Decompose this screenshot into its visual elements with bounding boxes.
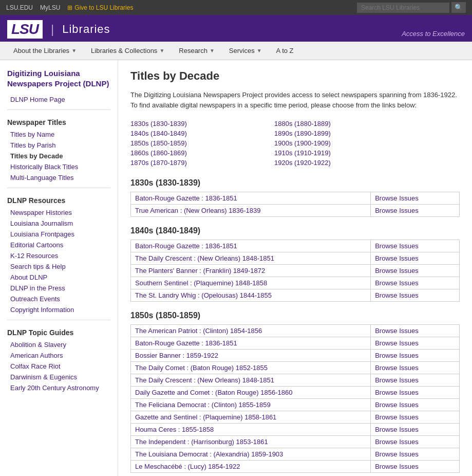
- decade-link-1830s[interactable]: 1830s (1830-1839): [130, 119, 254, 128]
- decade-link-1860s[interactable]: 1860s (1860-1869): [130, 149, 254, 157]
- table-row: The St. Landry Whig : (Opelousas) 1844-1…: [131, 289, 460, 302]
- decade-link-1910s[interactable]: 1910s (1910-1919): [274, 149, 398, 157]
- sidebar-louisiana-journalism[interactable]: Louisiana Journalism: [7, 218, 110, 228]
- newspaper-link[interactable]: Baton-Rouge Gazette : 1836-1851: [135, 242, 237, 250]
- mylsu-link[interactable]: MyLSU: [40, 4, 60, 11]
- sidebar-colfax-race-riot[interactable]: Colfax Race Riot: [7, 361, 110, 371]
- browse-issues-link[interactable]: Browse Issues: [375, 242, 419, 250]
- sidebar-titles-by-decade[interactable]: Titles by Decade: [7, 151, 110, 161]
- intro-text: The Digitizing Louisiana Newspapers Proj…: [130, 90, 459, 110]
- sidebar-k12-resources[interactable]: K-12 Resources: [7, 251, 110, 261]
- sidebar-topic-guides-heading: DLNP Topic Guides: [7, 328, 110, 337]
- top-bar-left: LSU.EDU MyLSU ⊞ Give to LSU Libraries: [6, 4, 133, 11]
- newspaper-link[interactable]: The Daily Crescent : (New Orleans) 1848-…: [135, 376, 274, 384]
- newspaper-link[interactable]: The Planters' Banner : (Franklin) 1849-1…: [135, 267, 265, 274]
- browse-issues-link[interactable]: Browse Issues: [375, 413, 419, 421]
- newspaper-link[interactable]: Le Meschacébé : (Lucy) 1854-1922: [135, 463, 240, 470]
- sidebar-divider-2: [7, 188, 110, 188]
- table-row: Baton-Rouge Gazette : 1836-1851 Browse I…: [131, 240, 460, 252]
- decade-link-1920s[interactable]: 1920s (1920-1922): [274, 158, 398, 167]
- sidebar-louisiana-frontpages[interactable]: Louisiana Frontpages: [7, 229, 110, 239]
- browse-issues-link[interactable]: Browse Issues: [375, 194, 419, 202]
- decade-link-1870s[interactable]: 1870s (1870-1879): [130, 158, 254, 167]
- table-row: The Daily Crescent : (New Orleans) 1848-…: [131, 374, 460, 387]
- browse-issues-link[interactable]: Browse Issues: [375, 450, 419, 458]
- sidebar-dlnp-press[interactable]: DLNP in the Press: [7, 283, 110, 293]
- search-button[interactable]: 🔍: [451, 2, 466, 13]
- newspaper-link[interactable]: The Feliciana Democrat : (Clinton) 1855-…: [135, 401, 271, 409]
- sidebar-early-astronomy[interactable]: Early 20th Century Astronomy: [7, 383, 110, 393]
- decade-links-grid: 1830s (1830-1839) 1880s (1880-1889) 1840…: [130, 119, 398, 167]
- decade-link-1880s[interactable]: 1880s (1880-1889): [274, 119, 398, 128]
- decade-link-1850s[interactable]: 1850s (1850-1859): [130, 139, 254, 148]
- sidebar-newspaper-titles-heading: Newspaper Titles: [7, 118, 110, 126]
- table-row: The Feliciana Democrat : (Clinton) 1855-…: [131, 399, 460, 411]
- sidebar-abolition-slavery[interactable]: Abolition & Slavery: [7, 340, 110, 350]
- nav-atoz[interactable]: A to Z: [269, 42, 301, 60]
- browse-issues-link[interactable]: Browse Issues: [375, 352, 419, 359]
- table-row: Daily Gazette and Comet : (Baton Rouge) …: [131, 387, 460, 399]
- browse-issues-link[interactable]: Browse Issues: [375, 339, 419, 347]
- nav-libraries-label: Libraries & Collections: [91, 47, 157, 54]
- table-row: The Louisiana Democrat : (Alexandria) 18…: [131, 448, 460, 461]
- newspaper-link[interactable]: The Daily Comet : (Baton Rouge) 1852-185…: [135, 364, 268, 372]
- nav-research[interactable]: Research ▼: [172, 42, 222, 60]
- newspaper-link[interactable]: The American Patriot : (Clinton) 1854-18…: [135, 327, 262, 335]
- table-row: Gazette and Sentinel : (Plaquemine) 1858…: [131, 411, 460, 424]
- newspaper-link[interactable]: Gazette and Sentinel : (Plaquemine) 1858…: [135, 413, 276, 421]
- newspaper-link[interactable]: True American : (New Orleans) 1836-1839: [135, 207, 260, 214]
- newspaper-link[interactable]: Daily Gazette and Comet : (Baton Rouge) …: [135, 389, 292, 396]
- newspaper-link[interactable]: Houma Ceres : 1855-1858: [135, 426, 214, 433]
- browse-issues-link[interactable]: Browse Issues: [375, 463, 419, 470]
- give-link[interactable]: ⊞ Give to LSU Libraries: [67, 4, 133, 11]
- browse-issues-link[interactable]: Browse Issues: [375, 389, 419, 396]
- newspaper-link[interactable]: The Independent : (Harrisonburg) 1853-18…: [135, 438, 268, 446]
- lsu-edu-link[interactable]: LSU.EDU: [6, 4, 33, 11]
- sidebar-multi-language[interactable]: Multi-Language Titles: [7, 173, 110, 182]
- sidebar-titles-by-name[interactable]: Titles by Name: [7, 130, 110, 139]
- newspaper-link[interactable]: The Daily Crescent : (New Orleans) 1848-…: [135, 254, 274, 262]
- sidebar-dlnp-home[interactable]: DLNP Home Page: [7, 95, 110, 104]
- browse-issues-link[interactable]: Browse Issues: [375, 327, 419, 335]
- decade-link-1890s[interactable]: 1890s (1890-1899): [274, 129, 398, 138]
- newspaper-link[interactable]: Baton-Rouge Gazette : 1836-1851: [135, 339, 237, 347]
- browse-issues-link[interactable]: Browse Issues: [375, 267, 419, 274]
- nav-libraries[interactable]: Libraries & Collections ▼: [84, 42, 172, 60]
- nav-research-arrow: ▼: [210, 48, 215, 53]
- top-bar: LSU.EDU MyLSU ⊞ Give to LSU Libraries 🔍: [0, 0, 472, 15]
- nav-services[interactable]: Services ▼: [222, 42, 269, 60]
- table-row: Baton-Rouge Gazette : 1836-1851 Browse I…: [131, 192, 460, 205]
- sidebar-american-authors[interactable]: American Authors: [7, 351, 110, 360]
- browse-issues-link[interactable]: Browse Issues: [375, 376, 419, 384]
- browse-issues-link[interactable]: Browse Issues: [375, 401, 419, 409]
- newspaper-link[interactable]: The St. Landry Whig : (Opelousas) 1844-1…: [135, 291, 272, 299]
- sidebar-editorial-cartoons[interactable]: Editorial Cartoons: [7, 240, 110, 250]
- decade-link-1900s[interactable]: 1900s (1900-1909): [274, 139, 398, 148]
- browse-issues-link[interactable]: Browse Issues: [375, 438, 419, 446]
- nav-research-label: Research: [179, 47, 207, 54]
- newspaper-link[interactable]: Baton-Rouge Gazette : 1836-1851: [135, 194, 237, 202]
- sidebar-outreach[interactable]: Outreach Events: [7, 294, 110, 304]
- newspaper-link[interactable]: Bossier Banner : 1859-1922: [135, 352, 218, 359]
- section-heading-1850s: 1850s (1850-1859): [130, 311, 460, 320]
- browse-issues-link[interactable]: Browse Issues: [375, 364, 419, 372]
- table-row: The Daily Crescent : (New Orleans) 1848-…: [131, 252, 460, 265]
- browse-issues-link[interactable]: Browse Issues: [375, 279, 419, 287]
- decade-link-1840s[interactable]: 1840s (1840-1849): [130, 129, 254, 138]
- sidebar-titles-by-parish[interactable]: Titles by Parish: [7, 140, 110, 150]
- sidebar-copyright[interactable]: Copyright Information: [7, 305, 110, 315]
- browse-issues-link[interactable]: Browse Issues: [375, 426, 419, 433]
- sidebar-about-dlnp[interactable]: About DLNP: [7, 272, 110, 282]
- browse-issues-link[interactable]: Browse Issues: [375, 291, 419, 299]
- sidebar-search-tips[interactable]: Search tips & Help: [7, 262, 110, 271]
- sidebar-historically-black[interactable]: Historically Black Titles: [7, 162, 110, 172]
- search-input[interactable]: [357, 3, 449, 13]
- browse-issues-link[interactable]: Browse Issues: [375, 254, 419, 262]
- newspaper-link[interactable]: The Louisiana Democrat : (Alexandria) 18…: [135, 450, 283, 458]
- sidebar-darwinism-eugenics[interactable]: Darwinism & Eugenics: [7, 372, 110, 382]
- nav-about[interactable]: About the Libraries ▼: [6, 42, 84, 60]
- newspaper-link[interactable]: Southern Sentinel : (Plaquemine) 1848-18…: [135, 279, 267, 287]
- browse-issues-link[interactable]: Browse Issues: [375, 207, 419, 214]
- sidebar-newspaper-histories[interactable]: Newspaper Histories: [7, 208, 110, 217]
- nav-services-label: Services: [229, 47, 255, 54]
